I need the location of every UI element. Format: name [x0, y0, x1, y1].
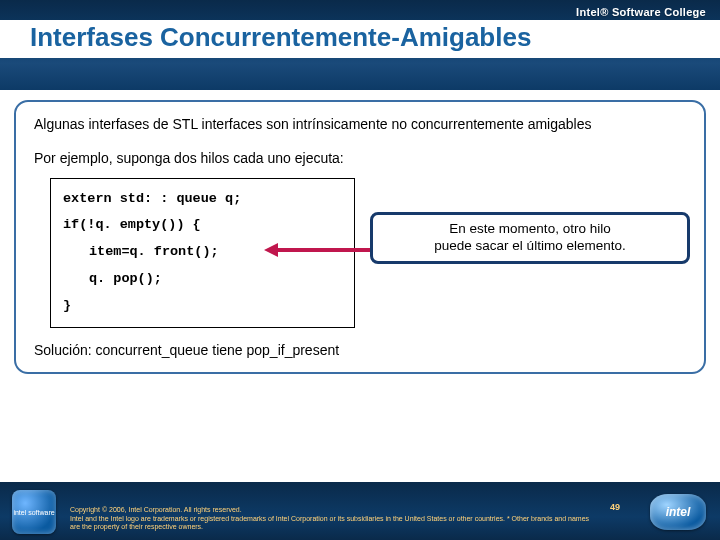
- paragraph-intro: Algunas interfases de STL interfaces son…: [34, 116, 686, 134]
- solution-line: Solución: concurrent_queue tiene pop_if_…: [34, 342, 686, 358]
- intel-software-logo: intel software: [12, 490, 56, 534]
- solution-text: concurrent_queue tiene pop_if_present: [95, 342, 339, 358]
- code-line: if(!q. empty()) {: [63, 215, 342, 236]
- slide-header: Intel® Software College Interfases Concu…: [0, 0, 720, 90]
- code-line: extern std: : queue q;: [63, 189, 342, 210]
- footer-legal: Copyright © 2006, Intel Corporation. All…: [70, 506, 600, 532]
- page-number: 49: [610, 502, 620, 512]
- brand-label: Intel® Software College: [576, 6, 706, 18]
- copyright-line: Copyright © 2006, Intel Corporation. All…: [70, 506, 242, 513]
- slide-title: Interfases Concurrentemente-Amigables: [26, 20, 535, 57]
- callout-line: En este momento, otro hilo: [449, 221, 610, 236]
- callout-line: puede sacar el último elemento.: [434, 238, 625, 253]
- logo-right-text: intel: [666, 505, 691, 519]
- legal-line: Intel and the Intel logo are trademarks …: [70, 515, 589, 531]
- slide-footer: intel software Copyright © 2006, Intel C…: [0, 482, 720, 540]
- content-frame: Algunas interfases de STL interfaces son…: [14, 100, 706, 374]
- code-line: }: [63, 296, 342, 317]
- logo-left-text: intel software: [13, 509, 54, 516]
- intel-logo: intel: [650, 494, 706, 530]
- paragraph-example: Por ejemplo, suponga dos hilos cada uno …: [34, 150, 686, 166]
- callout-wrap: En este momento, otro hilo puede sacar e…: [370, 212, 690, 264]
- code-line: q. pop();: [63, 269, 342, 290]
- callout-box: En este momento, otro hilo puede sacar e…: [370, 212, 690, 264]
- solution-label: Solución:: [34, 342, 92, 358]
